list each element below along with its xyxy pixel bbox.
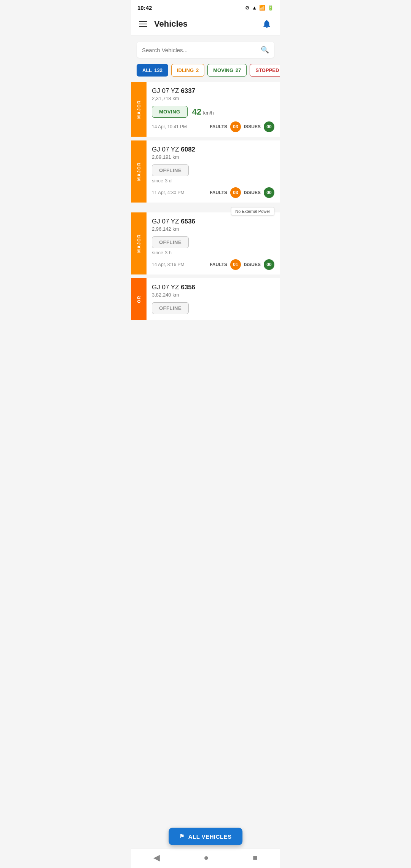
faults-badge-3: 01: [230, 259, 241, 270]
faults-label-1: FAULTS: [210, 124, 227, 129]
card-content-4: GJ 07 YZ 6356 3,82,240 km OFFLINE: [147, 278, 280, 320]
tab-moving-count: 27: [236, 67, 241, 73]
tab-stopped[interactable]: STOPPED 4: [250, 64, 280, 77]
severity-bar-3: MAJOR: [131, 212, 147, 274]
faults-issues-2: FAULTS 03 ISSUES 00: [210, 187, 274, 198]
severity-bar-1: MAJOR: [131, 82, 147, 137]
search-icon: 🔍: [261, 46, 269, 54]
page-title: Vehicles: [154, 19, 260, 29]
issues-label-1: ISSUES: [244, 124, 261, 129]
card-content-3: GJ 07 YZ 6536 2,96,142 km OFFLINE since …: [147, 212, 280, 274]
vehicle-title-3: GJ 07 YZ 6536: [152, 218, 274, 225]
no-external-power-3: No External Power: [231, 207, 274, 215]
settings-icon: ⚙: [245, 5, 250, 11]
speed-unit-1: km/h: [203, 110, 214, 116]
faults-label-3: FAULTS: [210, 262, 227, 267]
wifi-icon: ▲: [252, 5, 257, 11]
since-text-2: since 3 d: [152, 178, 274, 183]
vehicle-date-3: 14 Apr, 8:16 PM: [152, 262, 184, 267]
vehicle-card-4[interactable]: OR GJ 07 YZ 6356 3,82,240 km OFFLINE: [131, 278, 280, 320]
status-badge-4: OFFLINE: [152, 302, 189, 314]
tab-stopped-label: STOPPED: [255, 67, 279, 73]
search-bar: 🔍: [137, 42, 274, 58]
status-badge-1: MOVING: [152, 106, 188, 118]
tab-idling-count: 2: [196, 67, 199, 73]
status-icons: ⚙ ▲ 📶 🔋: [245, 5, 274, 11]
issues-label-2: ISSUES: [244, 190, 261, 195]
vehicle-km-3: 2,96,142 km: [152, 226, 274, 232]
severity-bar-4: OR: [131, 278, 147, 320]
signal-icon: 📶: [259, 5, 265, 11]
filter-tabs: ALL 132 IDLING 2 MOVING 27 STOPPED 4: [131, 64, 280, 77]
menu-button[interactable]: [137, 19, 149, 29]
tab-all-label: ALL: [142, 67, 152, 73]
vehicle-km-2: 2,89,191 km: [152, 154, 274, 160]
status-row-2: OFFLINE: [152, 164, 274, 176]
vehicle-date-1: 14 Apr, 10:41 PM: [152, 124, 187, 129]
search-input[interactable]: [142, 47, 261, 53]
faults-label-2: FAULTS: [210, 190, 227, 195]
tab-idling[interactable]: IDLING 2: [171, 64, 204, 77]
faults-issues-3: FAULTS 01 ISSUES 00: [210, 259, 274, 270]
battery-icon: 🔋: [268, 5, 274, 11]
issues-badge-2: 00: [264, 187, 274, 198]
issues-badge-1: 00: [264, 121, 274, 132]
tab-moving-label: MOVING: [213, 67, 233, 73]
footer-2: 11 Apr, 4:30 PM FAULTS 03 ISSUES 00: [152, 187, 274, 198]
tab-idling-label: IDLING: [177, 67, 194, 73]
vehicle-card-3[interactable]: No External Power MAJOR GJ 07 YZ 6536 2,…: [131, 212, 280, 274]
tab-moving[interactable]: MOVING 27: [207, 64, 247, 77]
severity-bar-2: MAJOR: [131, 140, 147, 203]
issues-badge-3: 00: [264, 259, 274, 270]
top-bar: Vehicles: [131, 13, 280, 36]
vehicle-title-2: GJ 07 YZ 6082: [152, 146, 274, 153]
issues-label-3: ISSUES: [244, 262, 261, 267]
vehicle-km-4: 3,82,240 km: [152, 292, 274, 298]
status-row-1: MOVING 42 km/h: [152, 106, 274, 118]
faults-issues-1: FAULTS 03 ISSUES 00: [210, 121, 274, 132]
footer-1: 14 Apr, 10:41 PM FAULTS 03 ISSUES 00: [152, 121, 274, 132]
tab-all-count: 132: [154, 67, 162, 73]
vehicles-list: MAJOR GJ 07 YZ 6337 2,31,718 km MOVING 4…: [131, 82, 280, 366]
vehicle-title-1: GJ 07 YZ 6337: [152, 87, 274, 95]
vehicle-title-4: GJ 07 YZ 6356: [152, 284, 274, 291]
card-content-2: GJ 07 YZ 6082 2,89,191 km OFFLINE since …: [147, 140, 280, 203]
status-badge-2: OFFLINE: [152, 164, 189, 176]
card-content-1: GJ 07 YZ 6337 2,31,718 km MOVING 42 km/h…: [147, 82, 280, 137]
status-row-3: OFFLINE: [152, 236, 274, 248]
vehicle-km-1: 2,31,718 km: [152, 96, 274, 101]
footer-3: 14 Apr, 8:16 PM FAULTS 01 ISSUES 00: [152, 259, 274, 270]
since-text-3: since 3 h: [152, 250, 274, 255]
status-badge-3: OFFLINE: [152, 236, 189, 248]
status-time: 10:42: [137, 5, 152, 11]
tab-all[interactable]: ALL 132: [137, 64, 168, 77]
faults-badge-2: 03: [230, 187, 241, 198]
speed-display-1: 42 km/h: [192, 107, 214, 117]
faults-badge-1: 03: [230, 121, 241, 132]
vehicle-date-2: 11 Apr, 4:30 PM: [152, 190, 184, 195]
vehicle-card-2[interactable]: MAJOR GJ 07 YZ 6082 2,89,191 km OFFLINE …: [131, 140, 280, 203]
status-row-4: OFFLINE: [152, 302, 274, 314]
vehicle-card-1[interactable]: MAJOR GJ 07 YZ 6337 2,31,718 km MOVING 4…: [131, 82, 280, 137]
status-bar: 10:42 ⚙ ▲ 📶 🔋: [131, 0, 280, 13]
notification-button[interactable]: [260, 17, 274, 31]
